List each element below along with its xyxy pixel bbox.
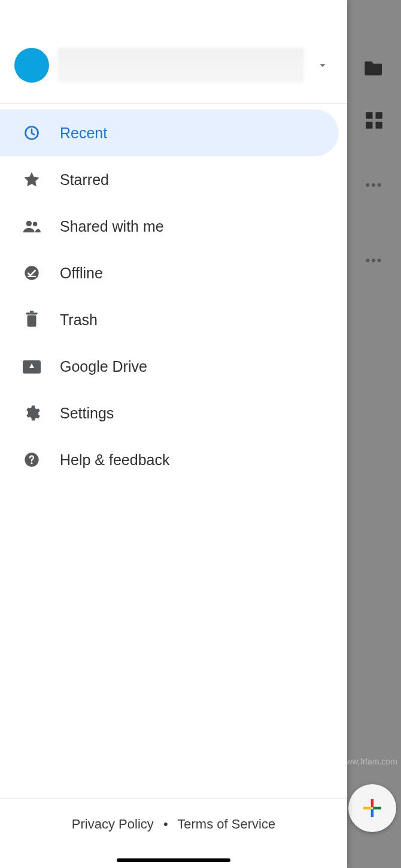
- nav-item-shared[interactable]: Shared with me: [0, 203, 347, 250]
- svg-rect-5: [371, 809, 374, 818]
- svg-point-9: [26, 221, 32, 226]
- nav-item-label: Recent: [60, 125, 107, 142]
- chevron-down-icon: [312, 59, 333, 72]
- clock-icon: [23, 125, 41, 141]
- gear-icon: [23, 404, 41, 422]
- privacy-link[interactable]: Privacy Policy: [72, 817, 154, 831]
- svg-rect-1: [376, 112, 382, 119]
- nav-item-label: Starred: [60, 171, 109, 189]
- more-icon[interactable]: •••: [365, 177, 382, 193]
- nav-item-label: Offline: [60, 265, 103, 282]
- people-icon: [23, 219, 41, 233]
- footer-separator: •: [157, 817, 174, 831]
- nav-item-label: Trash: [60, 311, 98, 329]
- nav-item-help[interactable]: Help & feedback: [0, 436, 347, 483]
- star-icon: [23, 171, 41, 189]
- svg-rect-12: [28, 315, 37, 327]
- grid-view-icon[interactable]: [365, 111, 383, 129]
- home-indicator: [117, 858, 230, 862]
- account-switcher[interactable]: [0, 0, 347, 104]
- trash-icon: [23, 311, 41, 329]
- nav-item-drive[interactable]: Google Drive: [0, 343, 347, 390]
- svg-point-10: [33, 222, 38, 227]
- account-info-redacted: [57, 48, 304, 83]
- nav-item-label: Shared with me: [60, 218, 164, 235]
- offline-icon: [23, 265, 41, 281]
- drawer-footer: Privacy Policy • Terms of Service: [0, 798, 347, 868]
- nav-item-label: Google Drive: [60, 358, 147, 375]
- watermark: www.frfam.com: [340, 757, 397, 766]
- svg-rect-14: [30, 311, 34, 312]
- nav-item-starred[interactable]: Starred: [0, 156, 347, 203]
- avatar: [14, 48, 49, 83]
- svg-rect-6: [363, 807, 372, 810]
- help-icon: [23, 451, 41, 468]
- svg-rect-3: [376, 122, 382, 129]
- svg-rect-7: [373, 807, 382, 810]
- nav-menu: RecentStarredShared with meOfflineTrashG…: [0, 104, 347, 798]
- folder-icon: [364, 60, 384, 75]
- svg-rect-2: [366, 122, 372, 129]
- more-icon[interactable]: •••: [365, 253, 382, 268]
- svg-rect-13: [26, 312, 37, 314]
- drive-icon: [23, 359, 41, 374]
- svg-rect-4: [371, 799, 374, 808]
- add-button[interactable]: [348, 784, 396, 832]
- nav-drawer: RecentStarredShared with meOfflineTrashG…: [0, 0, 347, 868]
- nav-item-offline[interactable]: Offline: [0, 250, 347, 296]
- nav-item-settings[interactable]: Settings: [0, 390, 347, 436]
- terms-link[interactable]: Terms of Service: [177, 817, 275, 831]
- nav-item-trash[interactable]: Trash: [0, 296, 347, 343]
- nav-item-recent[interactable]: Recent: [0, 110, 339, 156]
- svg-point-17: [31, 462, 32, 464]
- svg-rect-0: [366, 112, 372, 119]
- nav-item-label: Help & feedback: [60, 451, 169, 469]
- nav-item-label: Settings: [60, 405, 114, 422]
